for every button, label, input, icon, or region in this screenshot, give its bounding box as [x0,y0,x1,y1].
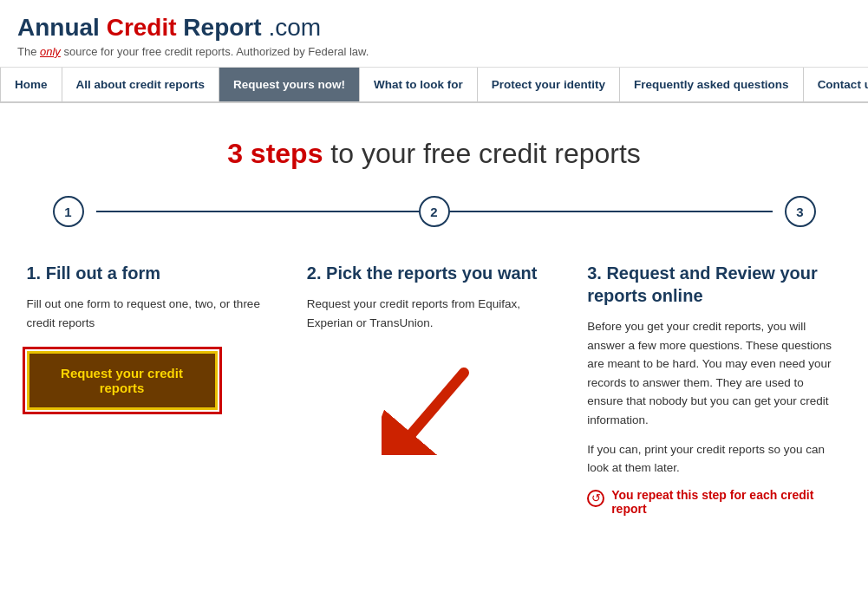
nav-home[interactable]: Home [0,68,62,101]
logo-credit: Credit [107,14,177,41]
step-2-body: Request your credit reports from Equifax… [307,295,561,332]
tagline-post: source for your free credit reports. Aut… [61,45,369,58]
steps-columns: 1. Fill out a form Fill out one form to … [27,262,842,516]
step-2-circle: 2 [419,196,450,227]
step-3-body1: Before you get your credit reports, you … [587,317,841,430]
tagline-only: only [40,45,61,58]
step-3-body2: If you can, print your credit reports so… [587,440,841,478]
title-highlight: 3 steps [227,138,323,169]
step-3-heading: 3. Request and Review your reports onlin… [587,262,841,307]
repeat-notice: You repeat this step for each credit rep… [587,488,841,516]
nav-faq[interactable]: Frequently asked questions [620,68,804,101]
nav-what-to-look[interactable]: What to look for [360,68,478,101]
tagline-pre: The [17,45,40,58]
logo-report: Report [183,14,261,41]
title-rest: to your free credit reports [323,138,640,169]
nav-contact[interactable]: Contact us [804,68,868,101]
nav-protect[interactable]: Protect your identity [478,68,620,101]
arrow-container [307,342,561,458]
site-logo: Annual Credit Report .com [17,14,851,42]
page-title: 3 steps to your free credit reports [27,138,842,170]
arrow-icon [382,351,486,455]
step-3-column: 3. Request and Review your reports onlin… [587,262,841,516]
site-header: Annual Credit Report .com The only sourc… [0,0,868,68]
main-content: 3 steps to your free credit reports 1 2 … [10,103,859,533]
svg-line-1 [412,373,464,433]
step-1-column: 1. Fill out a form Fill out one form to … [27,262,281,410]
progress-bar: 1 2 3 [27,196,842,227]
main-nav: Home All about credit reports Request yo… [0,68,868,103]
step-1-body: Fill out one form to request one, two, o… [27,295,281,332]
repeat-icon [587,490,604,507]
step-3-circle: 3 [785,196,816,227]
step-1-heading: 1. Fill out a form [27,262,281,284]
tagline: The only source for your free credit rep… [17,45,851,58]
step-2-column: 2. Pick the reports you want Request you… [307,262,561,458]
step-1-circle: 1 [53,196,84,227]
repeat-text: You repeat this step for each credit rep… [611,488,841,516]
logo-annual: Annual [17,14,100,41]
logo-com: .com [268,14,321,41]
step-2-heading: 2. Pick the reports you want [307,262,561,284]
nav-all-about[interactable]: All about credit reports [62,68,220,101]
request-credit-reports-button[interactable]: Request your credit reports [27,351,218,410]
nav-request[interactable]: Request yours now! [219,68,360,101]
